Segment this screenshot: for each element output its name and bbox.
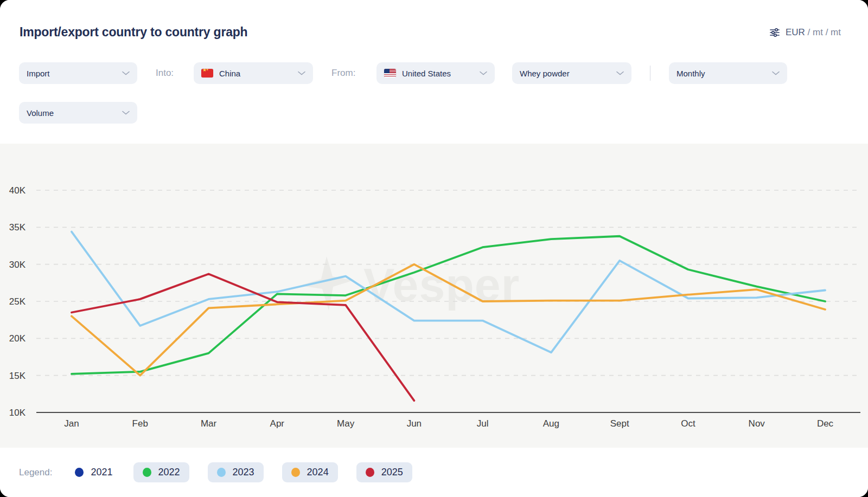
from-label: From: — [331, 68, 355, 79]
series-line-2022 — [72, 236, 825, 374]
x-axis-tick-label-Nov: Nov — [749, 418, 765, 429]
chevron-down-icon — [122, 111, 130, 115]
x-axis-tick-label-Sept: Sept — [610, 418, 629, 429]
product-value: Whey powder — [520, 69, 570, 78]
page-title: Import/export country to country graph — [20, 25, 247, 40]
chevron-down-icon — [772, 71, 780, 75]
legend-dot-2023 — [217, 468, 226, 477]
into-country-dropdown[interactable]: China — [194, 62, 313, 84]
y-axis-tick-label: 35K — [9, 222, 26, 233]
legend-label: Legend: — [19, 467, 52, 478]
legend-item-2021[interactable]: 2021 — [73, 462, 114, 482]
metric-dropdown[interactable]: Volume — [19, 102, 137, 124]
legend-year-label: 2023 — [233, 467, 254, 478]
legend-item-2024[interactable]: 2024 — [282, 462, 338, 482]
legend-item-2022[interactable]: 2022 — [133, 462, 189, 482]
x-axis-tick-label-Aug: Aug — [543, 418, 559, 429]
legend-items: 20212022202320242025 — [73, 462, 412, 482]
x-axis-tick-label-Mar: Mar — [201, 418, 217, 429]
trade-direction-dropdown[interactable]: Import — [19, 62, 137, 84]
into-label: Into: — [156, 68, 174, 79]
frequency-value: Monthly — [676, 69, 705, 78]
series-line-2025 — [72, 274, 414, 401]
china-flag-icon — [201, 69, 213, 78]
x-axis-tick-label-Dec: Dec — [817, 418, 834, 429]
legend-item-2025[interactable]: 2025 — [356, 462, 412, 482]
legend-item-2023[interactable]: 2023 — [208, 462, 264, 482]
chevron-down-icon — [122, 71, 130, 75]
filters-divider — [650, 66, 650, 81]
united-states-flag-icon — [384, 69, 396, 78]
x-axis-tick-label-May: May — [337, 418, 355, 429]
legend-dot-2025 — [366, 468, 374, 477]
metric-value: Volume — [27, 108, 54, 118]
legend-dot-2022 — [143, 468, 151, 477]
frequency-dropdown[interactable]: Monthly — [669, 62, 787, 84]
line-chart: 10K15K20K25K30K35K40KJanFebMarAprMayJunJ… — [0, 144, 868, 448]
chevron-down-icon — [480, 71, 487, 75]
x-axis-tick-label-Apr: Apr — [270, 418, 285, 429]
legend-dot-2024 — [291, 468, 300, 477]
unit-label: EUR / mt / mt — [786, 27, 841, 38]
x-axis-tick-label-Oct: Oct — [681, 418, 695, 429]
y-axis-tick-label: 25K — [9, 296, 26, 307]
product-dropdown[interactable]: Whey powder — [512, 62, 631, 84]
x-axis-tick-label-Jan: Jan — [64, 418, 79, 429]
legend-year-label: 2025 — [381, 467, 403, 478]
x-axis-tick-label-Jul: Jul — [477, 418, 489, 429]
legend-row: Legend: 20212022202320242025 — [0, 448, 868, 497]
unit-settings-button[interactable]: EUR / mt / mt — [769, 27, 841, 38]
legend-year-label: 2022 — [158, 467, 180, 478]
chevron-down-icon — [298, 71, 305, 75]
import-export-graph-card: Import/export country to country graph E… — [0, 0, 868, 497]
y-axis-tick-label: 15K — [9, 371, 26, 381]
trade-direction-value: Import — [27, 69, 50, 78]
legend-year-label: 2021 — [91, 467, 112, 478]
y-axis-tick-label: 20K — [9, 333, 26, 344]
x-axis-tick-label-Jun: Jun — [407, 418, 422, 429]
sliders-icon — [769, 27, 780, 38]
from-country-dropdown[interactable]: United States — [376, 62, 495, 84]
y-axis-tick-label: 40K — [9, 185, 26, 196]
legend-dot-2021 — [75, 468, 84, 477]
x-axis-tick-label-Feb: Feb — [132, 418, 148, 429]
from-country-value: United States — [402, 69, 451, 78]
header: Import/export country to country graph E… — [0, 0, 868, 144]
chart-panel: Vesper 10K15K20K25K30K35K40KJanFebMarApr… — [0, 144, 868, 448]
y-axis-tick-label: 30K — [9, 260, 26, 270]
into-country-value: China — [219, 69, 240, 78]
legend-year-label: 2024 — [307, 467, 329, 478]
y-axis-tick-label: 10K — [9, 408, 26, 418]
chevron-down-icon — [616, 71, 624, 75]
